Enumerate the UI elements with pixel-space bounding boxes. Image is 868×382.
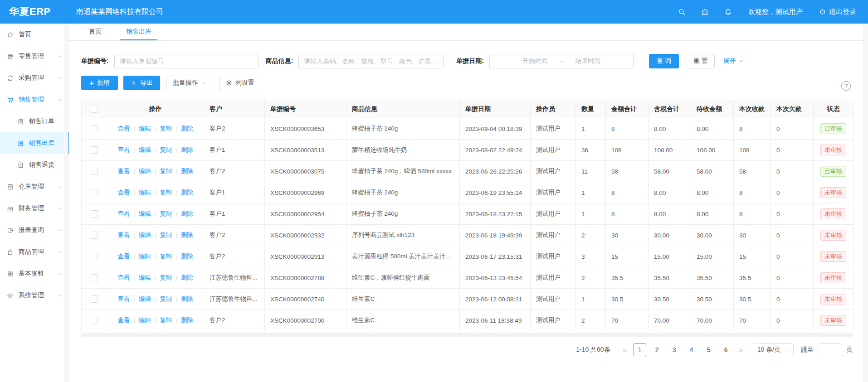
row-action-copy[interactable]: 复制	[151, 189, 172, 196]
row-action-view[interactable]: 查看	[117, 232, 130, 238]
row-action-edit[interactable]: 编辑	[130, 317, 151, 324]
row-action-view[interactable]: 查看	[117, 210, 130, 217]
row-action-view[interactable]: 查看	[117, 189, 130, 196]
row-checkbox[interactable]	[91, 210, 98, 218]
sidebar-item-warehouse[interactable]: 仓库管理	[0, 176, 69, 198]
sidebar-item-home[interactable]: 首页	[0, 24, 69, 45]
logout-button[interactable]: 退出登录	[819, 8, 856, 16]
row-action-copy[interactable]: 复制	[151, 232, 172, 238]
status-badge: 已审核	[820, 123, 846, 135]
sidebar-item-finance[interactable]: 财务管理	[0, 198, 69, 219]
row-action-edit[interactable]: 编辑	[130, 210, 151, 217]
search-button[interactable]: 查 询	[649, 54, 679, 68]
date-range-picker[interactable]: 开始时间 ~ 结束时间	[489, 54, 634, 68]
sidebar-item-system[interactable]: 系统管理	[0, 285, 69, 306]
row-action-delete[interactable]: 删除	[172, 274, 193, 281]
bank-icon[interactable]	[701, 8, 709, 16]
row-action-view[interactable]: 查看	[117, 274, 130, 281]
sidebar-item-sale-order[interactable]: 销售订单	[0, 111, 69, 132]
row-action-view[interactable]: 查看	[117, 125, 130, 132]
row-action-edit[interactable]: 编辑	[130, 274, 151, 281]
page-button-1[interactable]: 1	[634, 343, 646, 356]
vertical-scrollbar[interactable]	[863, 24, 868, 382]
page-size-select[interactable]: 10 条/页	[753, 343, 794, 356]
product-info-input[interactable]	[298, 54, 444, 68]
sidebar-item-sale-out[interactable]: 销售出库	[0, 132, 69, 154]
row-checkbox[interactable]	[91, 146, 98, 154]
search-icon[interactable]	[678, 8, 686, 16]
row-checkbox[interactable]	[91, 125, 98, 132]
cell-bill-no: XSCK00000002788	[265, 267, 346, 289]
row-action-edit[interactable]: 编辑	[130, 232, 151, 238]
export-button[interactable]: 导出	[123, 76, 160, 90]
row-action-delete[interactable]: 删除	[172, 125, 193, 132]
cell-received: 8	[734, 203, 771, 225]
row-action-edit[interactable]: 编辑	[130, 253, 151, 260]
tab-sale-out[interactable]: 销售出库	[120, 24, 157, 40]
expand-link[interactable]: 展开	[723, 57, 744, 65]
row-checkbox[interactable]	[91, 168, 98, 175]
row-checkbox[interactable]	[91, 253, 98, 260]
add-button[interactable]: + 新增	[81, 76, 118, 90]
sidebar-scrollbar[interactable]	[64, 24, 68, 382]
row-action-view[interactable]: 查看	[117, 295, 130, 302]
sidebar-item-basic[interactable]: 基本资料	[0, 263, 69, 285]
row-checkbox[interactable]	[91, 295, 98, 303]
notification-bell-icon[interactable]	[724, 8, 732, 16]
table-row: 查看编辑复制删除客户1XSCK00000002969蜂蜜柚子茶 240g2023…	[82, 182, 853, 203]
row-action-copy[interactable]: 复制	[151, 125, 172, 132]
page-button-4[interactable]: 4	[685, 343, 698, 356]
row-checkbox[interactable]	[91, 274, 98, 281]
row-checkbox[interactable]	[91, 189, 98, 196]
row-action-copy[interactable]: 复制	[151, 146, 172, 153]
row-action-copy[interactable]: 复制	[151, 274, 172, 281]
sidebar-item-product[interactable]: 商品管理	[0, 241, 69, 263]
horizontal-scrollbar[interactable]	[81, 333, 853, 337]
row-action-copy[interactable]: 复制	[151, 210, 172, 217]
row-action-copy[interactable]: 复制	[151, 295, 172, 302]
row-action-delete[interactable]: 删除	[172, 146, 193, 153]
page-button-6[interactable]: 6	[720, 343, 732, 356]
row-action-edit[interactable]: 编辑	[130, 295, 151, 302]
row-action-copy[interactable]: 复制	[151, 317, 172, 324]
row-action-edit[interactable]: 编辑	[130, 168, 151, 174]
next-page-button[interactable]: >	[735, 343, 747, 356]
sidebar-item-sale-return[interactable]: 销售退货	[0, 154, 69, 176]
sidebar-item-purchase[interactable]: 采购管理	[0, 67, 69, 89]
row-action-delete[interactable]: 删除	[172, 189, 193, 196]
row-action-view[interactable]: 查看	[117, 146, 130, 153]
sidebar-item-label: 销售订单	[29, 117, 54, 126]
row-action-delete[interactable]: 删除	[172, 168, 193, 174]
sidebar-item-retail[interactable]: 零售管理	[0, 45, 69, 67]
reset-button[interactable]: 重 置	[687, 54, 715, 68]
row-action-delete[interactable]: 删除	[172, 295, 193, 302]
row-action-edit[interactable]: 编辑	[130, 125, 151, 132]
row-action-delete[interactable]: 删除	[172, 232, 193, 238]
row-checkbox[interactable]	[91, 232, 98, 239]
row-action-delete[interactable]: 删除	[172, 253, 193, 260]
prev-page-button[interactable]: <	[619, 343, 631, 356]
cabinet-icon	[7, 184, 14, 190]
jump-to-input[interactable]	[818, 343, 842, 356]
bill-no-input[interactable]	[114, 54, 258, 68]
row-action-view[interactable]: 查看	[117, 168, 130, 174]
row-action-delete[interactable]: 删除	[172, 210, 193, 217]
row-action-edit[interactable]: 编辑	[130, 189, 151, 196]
row-checkbox[interactable]	[91, 317, 98, 324]
sidebar-item-report[interactable]: 报表查询	[0, 219, 69, 241]
help-icon[interactable]: ?	[841, 81, 851, 91]
row-action-view[interactable]: 查看	[117, 253, 130, 260]
column-settings-button[interactable]: 列设置	[219, 76, 261, 90]
row-action-copy[interactable]: 复制	[151, 168, 172, 174]
select-all-checkbox[interactable]	[91, 106, 98, 113]
sidebar-item-sales[interactable]: 销售管理	[0, 89, 69, 111]
page-button-5[interactable]: 5	[702, 343, 715, 356]
row-action-delete[interactable]: 删除	[172, 317, 193, 324]
row-action-copy[interactable]: 复制	[151, 253, 172, 260]
batch-actions-button[interactable]: 批量操作	[166, 76, 213, 90]
tab-home[interactable]: 首页	[83, 24, 107, 40]
row-action-view[interactable]: 查看	[117, 317, 130, 324]
row-action-edit[interactable]: 编辑	[130, 146, 151, 153]
page-button-3[interactable]: 3	[668, 343, 681, 356]
page-button-2[interactable]: 2	[651, 343, 663, 356]
